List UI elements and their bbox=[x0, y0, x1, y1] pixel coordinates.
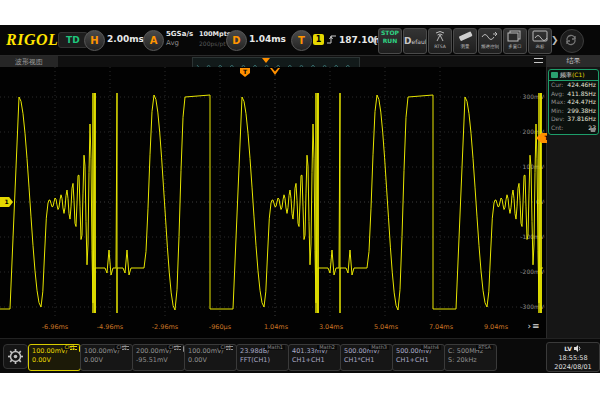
measurement-row: Cur:424.46Hz bbox=[549, 81, 598, 90]
trigger-knob[interactable]: T bbox=[291, 30, 312, 51]
channel-offset: CH1+CH1 bbox=[292, 356, 340, 365]
measurement-label: Cur: bbox=[551, 81, 563, 90]
refresh-icon bbox=[564, 33, 578, 47]
math-box-math2[interactable]: Math2401.33mV/CH1+CH1 bbox=[288, 344, 341, 371]
timebase-value[interactable]: 2.00ms/ bbox=[107, 34, 147, 44]
default-button[interactable]: Default bbox=[403, 28, 427, 54]
measurement-value: 424.47Hz bbox=[567, 98, 596, 107]
results-sidebar: 结果 频率(C1) Cur:424.46HzAvg:411.85HzMax:42… bbox=[547, 55, 600, 338]
measurement-label: Min: bbox=[551, 107, 564, 116]
dc-coupling-icon bbox=[70, 346, 77, 352]
time-axis-label: -2.96ms bbox=[152, 323, 179, 331]
windows-icon bbox=[505, 30, 525, 43]
rtsa-button[interactable]: RTSA bbox=[428, 28, 452, 54]
channel-offset: 0.00V bbox=[84, 356, 132, 365]
dc-coupling-icon bbox=[226, 346, 233, 352]
gear-icon bbox=[7, 348, 24, 365]
channel-offset: S: 20kHz bbox=[448, 356, 496, 365]
measurement-row: Max:424.47Hz bbox=[549, 98, 598, 107]
measurement-value: 299.38Hz bbox=[567, 107, 596, 116]
channel-box-ch4[interactable]: CH4100.00mV/0.00V bbox=[184, 344, 237, 371]
measurement-row: Min:299.38Hz bbox=[549, 107, 598, 116]
sound-icon bbox=[574, 345, 582, 352]
channel-scale: 200.00mV/ bbox=[136, 347, 184, 356]
dc-coupling-icon bbox=[174, 346, 181, 352]
rtsa-box[interactable]: RTSAC: 500MHzS: 20kHz bbox=[444, 344, 497, 371]
grid-menu-expand-icon[interactable]: ›≡ bbox=[524, 320, 544, 333]
measure-icon bbox=[551, 72, 558, 78]
channel1-trace bbox=[0, 93, 543, 313]
acquire-knob[interactable]: A bbox=[143, 30, 164, 51]
channel-offset: CH1*CH1 bbox=[344, 356, 392, 365]
channel-scale: 100.00mV/ bbox=[84, 347, 132, 356]
measure-button[interactable]: 测量 bbox=[453, 28, 477, 54]
measurement-label: Max: bbox=[551, 98, 565, 107]
dc-coupling-icon bbox=[122, 346, 129, 352]
channel-scale: 100.00mV/ bbox=[188, 347, 236, 356]
sample-rate-group[interactable]: 5GSa/s Avg bbox=[166, 30, 193, 48]
cursor-screen-icon bbox=[530, 30, 550, 43]
math-box-math3[interactable]: Math3500.00mV/CH1*CH1 bbox=[340, 344, 393, 371]
channel-offset: CH1+CH1 bbox=[396, 356, 444, 365]
channel-box-ch3[interactable]: CH3200.00mV/-95.51mV bbox=[132, 344, 185, 371]
channel-tab-label: Math1 bbox=[265, 344, 285, 350]
measurement-value: 411.85Hz bbox=[567, 90, 596, 99]
horizontal-knob[interactable]: H bbox=[84, 30, 105, 51]
spectrum-control-button[interactable]: 频谱控制 bbox=[478, 28, 502, 54]
time-axis-label: 3.04ms bbox=[319, 323, 344, 331]
cursor-button[interactable]: 光标 bbox=[528, 28, 552, 54]
math-box-math4[interactable]: Math4500.00mV/CH1+CH1 bbox=[392, 344, 445, 371]
channel-offset: -95.51mV bbox=[136, 356, 184, 365]
self-cal-button[interactable] bbox=[560, 29, 584, 53]
time-axis-label: -960µs bbox=[209, 323, 232, 331]
trigger-edge-icon bbox=[327, 34, 337, 45]
channel-box-ch2[interactable]: CH2100.00mV/0.00V bbox=[80, 344, 133, 371]
measurement-card-tab[interactable]: 频率(C1) bbox=[549, 70, 598, 81]
toolbar-expand-chevron[interactable]: ❯ bbox=[551, 35, 559, 45]
channel-offset: 0.00V bbox=[32, 356, 80, 365]
math-box-math1[interactable]: Math123.98dB/FFT(CH1) bbox=[236, 344, 289, 371]
measurement-rows: Cur:424.46HzAvg:411.85HzMax:424.47HzMin:… bbox=[549, 81, 598, 132]
measurement-value: 37.816Hz bbox=[567, 115, 596, 124]
sample-resolution: 200ps/pt bbox=[199, 40, 226, 47]
channel-offset: FFT(CH1) bbox=[240, 356, 288, 365]
ruler-icon bbox=[455, 30, 475, 43]
channel-tab-label: Math2 bbox=[317, 344, 337, 350]
oscilloscope-screen: RIGOL TD H 2.00ms/ A 5GSa/s Avg 100Mpts … bbox=[0, 25, 600, 372]
settings-button[interactable] bbox=[3, 344, 28, 369]
rigol-logo: RIGOL bbox=[6, 31, 58, 49]
run-stop-button[interactable]: STOP RUN bbox=[378, 28, 402, 54]
time-axis-label: -6.96ms bbox=[42, 323, 69, 331]
top-bar: RIGOL TD H 2.00ms/ A 5GSa/s Avg 100Mpts … bbox=[0, 25, 600, 56]
clock-date: 2024/08/01 bbox=[554, 363, 591, 371]
bottom-bar: CH1100.00mV/0.00VCH2100.00mV/0.00VCH3200… bbox=[0, 338, 600, 373]
volt-axis-label: 100mV bbox=[523, 163, 545, 170]
delay-value[interactable]: 1.04ms bbox=[249, 34, 286, 44]
waveform-svg: -6.96ms-4.96ms-2.96ms-960µs1.04ms3.04ms5… bbox=[0, 67, 546, 338]
measurement-label: Cnt: bbox=[551, 124, 563, 133]
results-title: 结果 bbox=[547, 55, 600, 67]
measurement-label: Dev: bbox=[551, 115, 565, 124]
measurement-card[interactable]: 频率(C1) Cur:424.46HzAvg:411.85HzMax:424.4… bbox=[548, 69, 599, 135]
trigger-source-badge[interactable]: 1 bbox=[313, 34, 324, 45]
delay-knob[interactable]: D bbox=[226, 30, 247, 51]
sample-rate: 5GSa/s bbox=[166, 30, 193, 38]
clock-time: 18:55:58 bbox=[558, 354, 587, 362]
time-axis-label: 9.04ms bbox=[484, 323, 509, 331]
time-axis-label: 5.04ms bbox=[374, 323, 399, 331]
channel-box-ch1[interactable]: CH1100.00mV/0.00V bbox=[28, 344, 81, 371]
channel-tab-label: Math4 bbox=[421, 344, 441, 350]
channel-tab-label: RTSA bbox=[476, 344, 493, 350]
measurement-row: Dev:37.816Hz bbox=[549, 115, 598, 124]
channel-scale: 100.00mV/ bbox=[32, 347, 80, 356]
measurement-row: Avg:411.85Hz bbox=[549, 90, 598, 99]
waveform-display[interactable]: -6.96ms-4.96ms-2.96ms-960µs1.04ms3.04ms5… bbox=[0, 67, 546, 338]
volt-axis-label: 300mV bbox=[523, 93, 545, 100]
measurement-label: Avg: bbox=[551, 90, 564, 99]
channel-offset: 0.00V bbox=[188, 356, 236, 365]
system-status-box[interactable]: LV 18:55:58 2024/08/01 bbox=[546, 342, 600, 372]
multi-window-button[interactable]: 多窗口 bbox=[503, 28, 527, 54]
time-axis-label: 7.04ms bbox=[429, 323, 454, 331]
time-axis-label: -4.96ms bbox=[97, 323, 124, 331]
measurement-value: 424.46Hz bbox=[567, 81, 596, 90]
